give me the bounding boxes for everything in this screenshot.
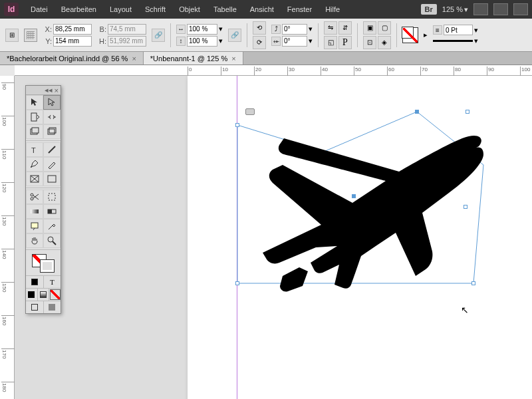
shear-input[interactable]	[282, 36, 307, 47]
selection-tool[interactable]	[26, 95, 43, 110]
x-label: X:	[43, 25, 52, 33]
svg-text:T: T	[31, 146, 36, 154]
menu-window[interactable]: Fenster	[282, 3, 317, 16]
collapse-icon[interactable]: ◂◂	[45, 86, 53, 94]
menu-file[interactable]: Datei	[25, 3, 53, 16]
svg-line-7	[49, 146, 55, 153]
ref-anchor-icon: ⊞	[5, 29, 19, 42]
line-tool[interactable]	[43, 142, 61, 157]
select-container-icon[interactable]: ◱	[324, 36, 337, 49]
svg-rect-18	[31, 223, 38, 228]
menu-object[interactable]: Objekt	[174, 3, 205, 16]
page-tool[interactable]	[26, 110, 43, 124]
close-panel-icon[interactable]: ×	[55, 86, 59, 94]
constrain-scale-icon[interactable]: 🔗	[228, 29, 241, 42]
svg-rect-15	[31, 209, 39, 213]
doc-tab-1[interactable]: *Bachelorarbeit Original.indd @ 56 %×	[0, 52, 144, 65]
eyedropper-tool[interactable]	[43, 219, 61, 233]
direct-selection-tool[interactable]	[43, 95, 61, 110]
svg-point-12	[31, 194, 33, 196]
view-mode-preview[interactable]	[44, 301, 61, 313]
menu-view[interactable]: Ansicht	[245, 3, 279, 16]
scale-y-input[interactable]	[187, 36, 217, 47]
free-transform-tool[interactable]	[43, 190, 61, 204]
fill-frame-icon[interactable]: ◈	[378, 36, 391, 49]
arrange-icon[interactable]	[493, 3, 508, 15]
tools-panel[interactable]: ◂◂× T T	[25, 85, 61, 314]
rotate-cw-icon[interactable]: ⟳	[253, 36, 266, 49]
svg-rect-11	[48, 176, 56, 182]
bridge-badge[interactable]: Br	[421, 4, 437, 15]
select-content-icon[interactable]: P	[338, 36, 352, 49]
menu-edit[interactable]: Bearbeiten	[56, 3, 102, 16]
apply-color-text[interactable]: T	[44, 276, 61, 288]
apply-none[interactable]	[49, 289, 61, 301]
width-input[interactable]	[108, 24, 146, 35]
w-label: B:	[97, 25, 106, 33]
fit-frame-icon[interactable]: ▢	[378, 21, 391, 35]
airplane-image[interactable]	[236, 126, 489, 299]
zoom-tool[interactable]	[43, 233, 61, 248]
scale-y-icon: ↕	[176, 37, 186, 46]
mouse-cursor: ↖	[461, 305, 469, 315]
screen-mode-icon[interactable]	[473, 3, 488, 15]
apply-color-container[interactable]	[26, 276, 44, 288]
gradient-feather-tool[interactable]	[43, 204, 61, 219]
zoom-value: 125 %	[442, 5, 463, 13]
pencil-tool[interactable]	[43, 157, 61, 172]
menu-type[interactable]: Schrift	[140, 3, 171, 16]
y-label: Y:	[43, 37, 52, 45]
document-tabs: *Bachelorarbeit Original.indd @ 56 %× *U…	[0, 52, 532, 65]
h-label: H:	[97, 37, 106, 45]
stroke-weight-input[interactable]	[444, 25, 473, 35]
scale-x-icon: ↔	[176, 25, 186, 34]
constrain-icon[interactable]: 🔗	[152, 29, 165, 42]
y-input[interactable]	[53, 36, 92, 47]
pen-tool[interactable]	[26, 157, 43, 172]
apply-gradient[interactable]	[38, 289, 50, 301]
note-tool[interactable]	[26, 219, 43, 233]
svg-point-13	[31, 198, 33, 200]
hand-tool[interactable]	[26, 233, 43, 248]
svg-rect-3	[32, 128, 39, 133]
workspace-icon[interactable]	[513, 3, 528, 15]
flip-v-icon[interactable]: ⇵	[338, 21, 352, 35]
gradient-swatch-tool[interactable]	[26, 204, 43, 219]
rotation-input[interactable]	[282, 24, 307, 35]
gap-tool[interactable]	[43, 110, 61, 124]
view-mode-normal[interactable]	[26, 301, 44, 313]
center-content-icon[interactable]: ⊡	[363, 36, 376, 49]
menu-layout[interactable]: Layout	[104, 3, 137, 16]
panel-header[interactable]: ◂◂×	[26, 86, 61, 95]
reference-point[interactable]	[24, 29, 37, 42]
doc-tab-2[interactable]: *Unbenannt-1 @ 125 %×	[144, 52, 243, 65]
fill-stroke-swatch[interactable]	[402, 27, 418, 43]
content-collector-tool[interactable]	[26, 124, 43, 139]
scale-x-input[interactable]	[187, 24, 217, 35]
rectangle-frame-tool[interactable]	[26, 172, 43, 186]
apply-black[interactable]	[26, 289, 38, 301]
menu-table[interactable]: Tabelle	[208, 3, 242, 16]
rectangle-tool[interactable]	[43, 172, 61, 186]
svg-point-19	[48, 237, 53, 242]
stroke-style[interactable]	[433, 40, 473, 42]
flip-h-icon[interactable]: ⇋	[324, 21, 337, 35]
svg-rect-14	[49, 194, 55, 200]
control-panel: ⊞ X: Y: B: H: 🔗 ↔▾ ↕▾ 🔗 ⟲ ⟳ ⤴▾ ⬰▾ ⇋⇵ ◱P …	[0, 19, 532, 52]
svg-rect-1	[31, 113, 37, 121]
zoom-level[interactable]: 125 % ▾	[442, 5, 468, 14]
fill-stroke-swatches[interactable]	[26, 251, 61, 275]
rotate-ccw-icon[interactable]: ⟲	[253, 21, 266, 35]
height-input[interactable]	[108, 36, 146, 47]
close-tab-icon[interactable]: ×	[132, 55, 136, 63]
tab-label: *Unbenannt-1 @ 125 %	[150, 55, 227, 63]
menu-help[interactable]: Hilfe	[320, 3, 345, 16]
scissors-tool[interactable]	[26, 190, 43, 204]
close-tab-icon[interactable]: ×	[231, 55, 235, 63]
type-tool[interactable]: T	[26, 142, 43, 157]
app-logo: Id	[4, 3, 19, 16]
fit-content-icon[interactable]: ▣	[363, 21, 376, 35]
x-input[interactable]	[53, 24, 92, 35]
link-badge-icon[interactable]	[245, 108, 255, 115]
content-placer-tool[interactable]	[43, 124, 61, 139]
